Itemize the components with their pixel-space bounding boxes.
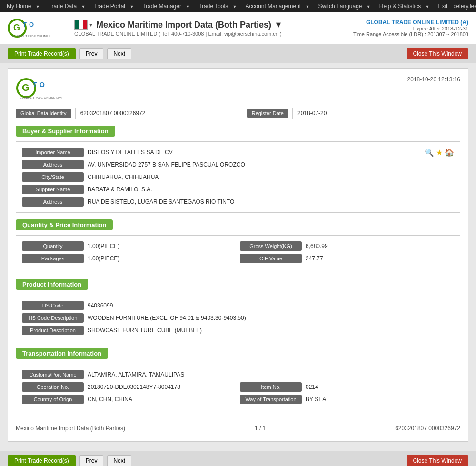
country-value: CN, CHN, CHINA — [88, 396, 132, 403]
item-no-pair: Item No. 0214 — [240, 382, 454, 392]
header-middle: ▼ Mexico Maritime Import Data (Both Part… — [65, 20, 353, 37]
city-state-row: City/State CHIHUAHUA, CHIHUAHUA — [22, 172, 454, 182]
user-display: celery.lee — [450, 3, 476, 10]
close-button-bottom[interactable]: Close This Window — [407, 455, 468, 466]
home-icon[interactable]: 🏠 — [445, 148, 454, 157]
customs-port-row: Customs/Port Name ALTAMIRA, ALTAMIRA, TA… — [22, 370, 454, 379]
operation-item-row: Operation No. 20180720-DDE0302148Y7-8004… — [22, 382, 454, 392]
footer-left: Mexico Maritime Import Data (Both Partie… — [16, 425, 125, 432]
product-desc-label: Product Description — [22, 326, 84, 335]
quantity-price-title: Quantity & Price Information — [16, 219, 113, 230]
header-info: GLOBAL TRADE ONLINE LIMITED (A) Expire A… — [353, 19, 468, 37]
bottom-toolbar: Print Trade Record(s) Prev Next Close Th… — [0, 451, 476, 466]
prev-button-bottom[interactable]: Prev — [79, 455, 104, 466]
buyer-supplier-section: Buyer & Supplier Information Importer Na… — [16, 126, 460, 213]
nav-trade-portal[interactable]: Trade Portal ▼ — [91, 3, 139, 10]
importer-address-value: AV. UNIVERSIDAD 2757 B SAN FELIPE PASCUA… — [88, 161, 454, 168]
supplier-name-label: Supplier Name — [22, 185, 84, 194]
nav-switch-language[interactable]: Switch Language ▼ — [315, 3, 376, 10]
operation-value: 20180720-DDE0302148Y7-8004178 — [88, 384, 180, 390]
register-date-label: Register Date — [247, 109, 288, 118]
header-subtitle: GLOBAL TRADE ONLINE LIMITED ( Tel: 400-7… — [74, 31, 353, 37]
title-text: Mexico Maritime Import Data (Both Partie… — [96, 20, 271, 30]
header-ldr: Time Range Accessible (LDR) : 201307 ~ 2… — [353, 31, 468, 37]
hs-code-row: HS Code 94036099 — [22, 301, 454, 310]
flag-icon: ▼ — [74, 20, 93, 30]
importer-name-label: Importer Name — [22, 148, 84, 157]
importer-icons: 🔍 ★ 🏠 — [425, 148, 454, 157]
quantity-price-section: Quantity & Price Information Quantity 1.… — [16, 219, 460, 272]
quantity-gross-row: Quantity 1.00(PIECE) Gross Weight(KG) 6,… — [22, 241, 454, 251]
footer-right: 6203201807 0000326972 — [395, 425, 460, 432]
nav-trade-tools[interactable]: Trade Tools ▼ — [196, 3, 242, 10]
logo-area: G T O GLOBAL TRADE ONLINE LIMITED — [8, 16, 65, 40]
gross-weight-pair: Gross Weight(KG) 6,680.99 — [240, 241, 454, 251]
page-header: G T O GLOBAL TRADE ONLINE LIMITED ▼ Mexi… — [0, 12, 476, 44]
country-label: Country of Orign — [22, 395, 84, 404]
star-icon[interactable]: ★ — [436, 148, 443, 157]
product-desc-value: SHOWCASE FURNITURE CUBE (MUEBLE) — [88, 327, 454, 334]
city-state-label: City/State — [22, 172, 84, 182]
hs-code-label: HS Code — [22, 301, 84, 310]
nav-account-management[interactable]: Account Management ▼ — [242, 3, 315, 10]
cif-label: CIF Value — [240, 254, 302, 263]
country-transport-row: Country of Orign CN, CHN, CHINA Way of T… — [22, 395, 454, 404]
svg-text:G: G — [13, 23, 20, 32]
quantity-price-info: Quantity 1.00(PIECE) Gross Weight(KG) 6,… — [16, 235, 460, 272]
hs-desc-value: WOODEN FURNITURE (EXCL. OF 94.01 & 9403.… — [88, 315, 454, 321]
operation-label: Operation No. — [22, 382, 84, 392]
record-header: G T O GLOBAL TRADE ONLINE LIMITED 2018-1… — [16, 76, 460, 100]
svg-text:GLOBAL TRADE ONLINE LIMITED: GLOBAL TRADE ONLINE LIMITED — [12, 35, 50, 38]
top-toolbar: Print Trade Record(s) Prev Next Close Th… — [0, 44, 476, 63]
nav-my-home[interactable]: My Home ▼ — [4, 3, 46, 10]
next-button-top[interactable]: Next — [107, 48, 131, 59]
search-icon[interactable]: 🔍 — [425, 148, 434, 157]
hs-desc-label: HS Code Description — [22, 313, 84, 323]
nav-trade-manager[interactable]: Trade Manager ▼ — [139, 3, 196, 10]
next-button-bottom[interactable]: Next — [107, 455, 131, 466]
close-button-top[interactable]: Close This Window — [407, 48, 468, 59]
item-no-label: Item No. — [240, 382, 302, 392]
svg-text:O: O — [29, 21, 34, 28]
gross-weight-label: Gross Weight(KG) — [240, 241, 302, 251]
footer-center: 1 / 1 — [255, 425, 266, 432]
packages-cif-row: Packages 1.00(PIECE) CIF Value 247.77 — [22, 254, 454, 263]
importer-name-value: DISEOS Y DETALLES SA DE CV — [88, 149, 421, 156]
record-logo: G T O GLOBAL TRADE ONLINE LIMITED — [16, 76, 63, 100]
gross-weight-value: 6,680.99 — [306, 243, 328, 249]
way-transport-value: BY SEA — [306, 396, 326, 403]
nav-help-statistics[interactable]: Help & Statistics ▼ — [377, 3, 436, 10]
print-button-bottom[interactable]: Print Trade Record(s) — [8, 455, 76, 466]
nav-exit[interactable]: Exit — [435, 3, 450, 10]
operation-pair: Operation No. 20180720-DDE0302148Y7-8004… — [22, 382, 236, 392]
quantity-label: Quantity — [22, 241, 84, 251]
supplier-name-value: BARATA & RAMILO, S.A. — [88, 186, 454, 193]
way-transport-label: Way of Transportation — [240, 395, 302, 404]
record-logo-svg: G T O GLOBAL TRADE ONLINE LIMITED — [16, 76, 63, 100]
prev-button-top[interactable]: Prev — [79, 48, 104, 59]
country-pair: Country of Orign CN, CHN, CHINA — [22, 395, 236, 404]
importer-name-row: Importer Name DISEOS Y DETALLES SA DE CV… — [22, 148, 454, 157]
buyer-supplier-info: Importer Name DISEOS Y DETALLES SA DE CV… — [16, 141, 460, 213]
title-arrow: ▼ — [274, 20, 283, 30]
print-button-top[interactable]: Print Trade Record(s) — [8, 48, 76, 59]
product-desc-row: Product Description SHOWCASE FURNITURE C… — [22, 326, 454, 335]
gto-logo: G T O GLOBAL TRADE ONLINE LIMITED — [8, 16, 50, 40]
nav-trade-data[interactable]: Trade Data ▼ — [46, 3, 91, 10]
supplier-name-row: Supplier Name BARATA & RAMILO, S.A. — [22, 185, 454, 194]
main-content: G T O GLOBAL TRADE ONLINE LIMITED 2018-1… — [0, 63, 476, 451]
quantity-pair: Quantity 1.00(PIECE) — [22, 241, 236, 251]
transportation-info: Customs/Port Name ALTAMIRA, ALTAMIRA, TA… — [16, 364, 460, 413]
packages-value: 1.00(PIECE) — [88, 255, 119, 262]
svg-text:T: T — [33, 81, 37, 89]
hs-code-value: 94036099 — [88, 302, 454, 309]
product-info: HS Code 94036099 HS Code Description WOO… — [16, 295, 460, 341]
identity-row: Global Data Identity 6203201807 00003269… — [16, 108, 460, 119]
hs-desc-row: HS Code Description WOODEN FURNITURE (EX… — [22, 313, 454, 323]
packages-pair: Packages 1.00(PIECE) — [22, 254, 236, 263]
supplier-address-label: Address — [22, 197, 84, 207]
svg-text:T: T — [23, 21, 27, 28]
global-data-identity-value: 6203201807 0000326972 — [75, 108, 243, 119]
cif-value: 247.77 — [306, 255, 323, 262]
cif-pair: CIF Value 247.77 — [240, 254, 454, 263]
